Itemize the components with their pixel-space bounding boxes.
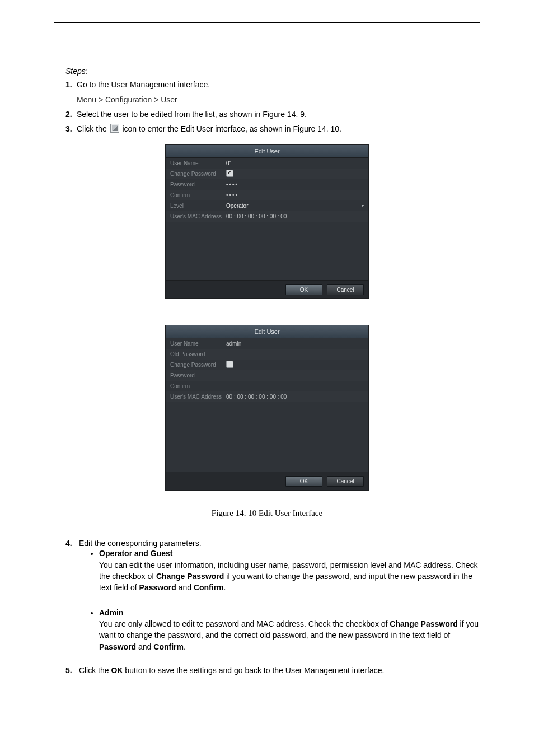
- dialog-title: Edit User: [166, 325, 368, 338]
- checkbox-field[interactable]: [226, 361, 364, 369]
- value-field: ••••: [226, 181, 364, 188]
- dialog-title: Edit User: [166, 145, 368, 158]
- value-field: 00 : 00 : 00 : 00 : 00 : 00: [226, 394, 364, 400]
- form-row: Change Password: [166, 360, 368, 370]
- step-item: 1.Go to the User Management interface.: [65, 79, 480, 90]
- step5-text: Click the OK button to save the settings…: [79, 666, 385, 675]
- edit-icon: [110, 124, 119, 133]
- field-label: User Name: [170, 340, 226, 347]
- form-row: Old Password: [166, 349, 368, 360]
- field-label: Change Password: [170, 171, 226, 177]
- field-label: User Name: [170, 160, 226, 166]
- ok-button[interactable]: OK: [285, 284, 322, 295]
- field-label: Old Password: [170, 351, 226, 357]
- form-row: Password••••: [166, 179, 368, 190]
- hidden-heading: 14.5.3Editing a User: [54, 38, 480, 46]
- form-row: Confirm: [166, 381, 368, 391]
- field-label: Change Password: [170, 362, 226, 368]
- step-item: 2.Select the user to be edited from the …: [65, 109, 480, 120]
- form-row: Password: [166, 370, 368, 381]
- form-row: User Nameadmin: [166, 338, 368, 349]
- field-label: Password: [170, 181, 226, 188]
- field-label: Password: [170, 372, 226, 379]
- field-label: User's MAC Address: [170, 394, 226, 400]
- field-label: Confirm: [170, 383, 226, 389]
- checkbox-field[interactable]: [226, 170, 364, 178]
- steps-intro: Steps:: [65, 67, 88, 76]
- field-label: Confirm: [170, 192, 226, 198]
- dropdown-field[interactable]: Operator: [226, 203, 358, 209]
- field-label: Level: [170, 203, 226, 209]
- form-row: User Name01: [166, 158, 368, 169]
- step-item: Menu > Configuration > User: [65, 94, 480, 105]
- form-row: Confirm••••: [166, 190, 368, 200]
- edit-user-dialog-operator: Edit User User Name01Change PasswordPass…: [165, 144, 369, 299]
- value-field: admin: [226, 340, 364, 347]
- value-field: ••••: [226, 192, 364, 198]
- ok-button[interactable]: OK: [285, 476, 322, 487]
- cancel-button[interactable]: Cancel: [327, 476, 364, 487]
- edit-user-dialog-admin: Edit User User NameadminOld PasswordChan…: [165, 325, 369, 491]
- caption-rule: [54, 524, 480, 524]
- form-row: User's MAC Address00 : 00 : 00 : 00 : 00…: [166, 211, 368, 222]
- checkbox[interactable]: [226, 361, 233, 368]
- bullet-item: Operator and GuestYou can edit the user …: [99, 548, 480, 593]
- value-field: 00 : 00 : 00 : 00 : 00 : 00: [226, 213, 364, 220]
- steps-block: Steps: 1.Go to the User Management inter…: [65, 66, 480, 134]
- form-row: User's MAC Address00 : 00 : 00 : 00 : 00…: [166, 391, 368, 402]
- top-rule: [54, 22, 480, 23]
- form-row: LevelOperator▾: [166, 200, 368, 211]
- figure-caption: Figure 14. 10 Edit User Interface: [54, 508, 480, 518]
- step4-text: Edit the corresponding parameters.: [79, 539, 202, 548]
- value-field: 01: [226, 160, 364, 166]
- bullet-item: AdminYou are only allowed to edit te pas…: [99, 607, 480, 652]
- step-item: 3.Click the icon to enter the Edit User …: [65, 123, 480, 134]
- form-row: Change Password: [166, 169, 368, 179]
- cancel-button[interactable]: Cancel: [327, 284, 364, 295]
- field-label: User's MAC Address: [170, 213, 226, 220]
- checkbox[interactable]: [226, 170, 233, 177]
- chevron-down-icon[interactable]: ▾: [358, 203, 364, 208]
